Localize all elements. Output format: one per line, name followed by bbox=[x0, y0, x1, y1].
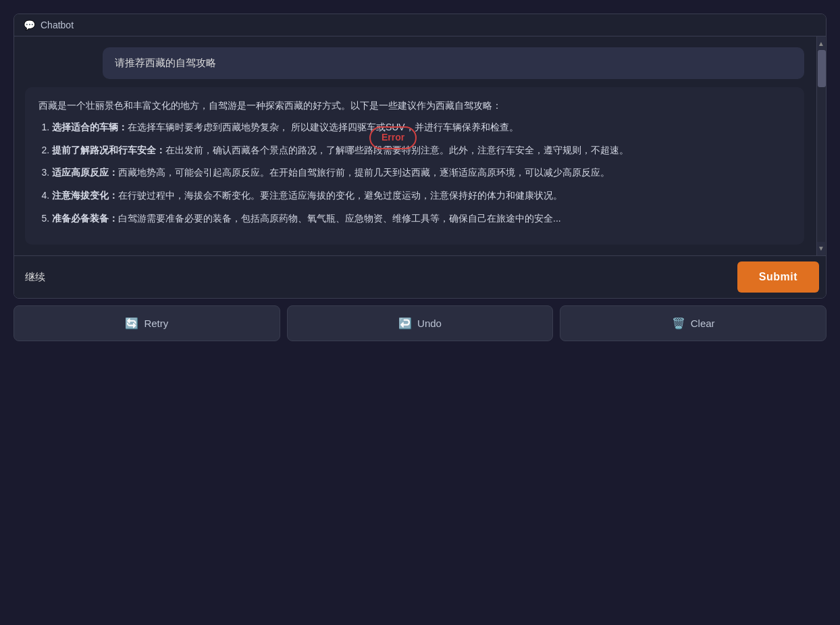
trash-icon: 🗑️ bbox=[672, 317, 685, 330]
bot-intro: 西藏是一个壮丽景色和丰富文化的地方，自驾游是一种探索西藏的好方式。以下是一些建议… bbox=[38, 100, 502, 111]
scrollbar[interactable]: ▲ ▼ bbox=[816, 36, 826, 255]
retry-button[interactable]: 🔄 Retry bbox=[14, 305, 280, 341]
submit-button[interactable]: Submit bbox=[737, 261, 819, 293]
scroll-down-arrow[interactable]: ▼ bbox=[817, 242, 825, 255]
error-badge: Error bbox=[369, 126, 417, 149]
chatbot-title: Chatbot bbox=[41, 20, 74, 30]
list-item: 提前了解路况和行车安全：在出发前，确认西藏各个景点的路况，了解哪些路段需要特别注… bbox=[52, 143, 791, 159]
chatbot-header: 💬 Chatbot bbox=[14, 14, 826, 36]
chatbot-panel: 💬 Chatbot 请推荐西藏的自驾攻略 西藏是一个壮丽景色和丰富文化的地方，自… bbox=[14, 14, 826, 299]
retry-label: Retry bbox=[144, 318, 168, 329]
list-item: 注意海拔变化：在行驶过程中，海拔会不断变化。要注意适应海拔的变化，避免过度运动，… bbox=[52, 188, 791, 204]
chat-input[interactable]: 继续 bbox=[14, 259, 732, 296]
user-message-text: 请推荐西藏的自驾攻略 bbox=[115, 57, 216, 68]
list-item: 适应高原反应：西藏地势高，可能会引起高原反应。在开始自驾旅行前，提前几天到达西藏… bbox=[52, 165, 791, 181]
action-buttons: 🔄 Retry ↩️ Undo 🗑️ Clear bbox=[14, 299, 826, 341]
scroll-thumb[interactable] bbox=[818, 50, 826, 87]
undo-label: Undo bbox=[417, 318, 442, 329]
bot-message: 西藏是一个壮丽景色和丰富文化的地方，自驾游是一种探索西藏的好方式。以下是一些建议… bbox=[25, 87, 804, 245]
input-area: 继续 Submit bbox=[14, 255, 826, 298]
retry-icon: 🔄 bbox=[125, 317, 138, 330]
user-message: 请推荐西藏的自驾攻略 bbox=[103, 47, 804, 79]
list-item: 准备必备装备：白驾游需要准备必要的装备，包括高原药物、氧气瓶、应急物资、维修工具… bbox=[52, 211, 791, 227]
chatbot-icon: 💬 bbox=[24, 20, 35, 30]
undo-button[interactable]: ↩️ Undo bbox=[287, 305, 554, 341]
scroll-up-arrow[interactable]: ▲ bbox=[817, 36, 825, 50]
list-item: 选择适合的车辆：在选择车辆时要考虑到西藏地势复杂， 所以建议选择四驱车或SUV，… bbox=[52, 120, 791, 136]
main-container: 💬 Chatbot 请推荐西藏的自驾攻略 西藏是一个壮丽景色和丰富文化的地方，自… bbox=[0, 0, 840, 625]
chatbot-messages: 请推荐西藏的自驾攻略 西藏是一个壮丽景色和丰富文化的地方，自驾游是一种探索西藏的… bbox=[14, 36, 816, 255]
clear-label: Clear bbox=[691, 318, 715, 329]
clear-button[interactable]: 🗑️ Clear bbox=[560, 305, 826, 341]
undo-icon: ↩️ bbox=[398, 317, 412, 330]
